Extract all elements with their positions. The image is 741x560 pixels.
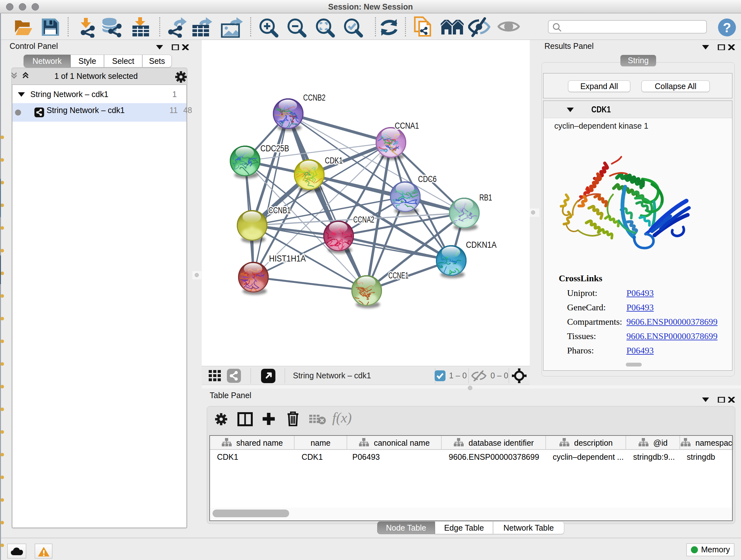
svg-text:HIST1H1A: HIST1H1A bbox=[269, 254, 306, 263]
svg-text:CCNA2: CCNA2 bbox=[353, 215, 374, 225]
svg-text:?: ? bbox=[723, 20, 731, 35]
svg-text:CDC25B: CDC25B bbox=[260, 144, 289, 153]
svg-text:CDK1: CDK1 bbox=[325, 156, 343, 165]
svg-text:CCNA1: CCNA1 bbox=[395, 121, 419, 131]
svg-text:RB1: RB1 bbox=[479, 193, 492, 202]
svg-text:CCNB1: CCNB1 bbox=[268, 206, 291, 215]
svg-text:CCNB2: CCNB2 bbox=[303, 93, 326, 103]
svg-text:CCNE1: CCNE1 bbox=[388, 271, 408, 280]
svg-text:CDKN1A: CDKN1A bbox=[466, 240, 496, 250]
svg-text:CDC6: CDC6 bbox=[418, 174, 436, 184]
